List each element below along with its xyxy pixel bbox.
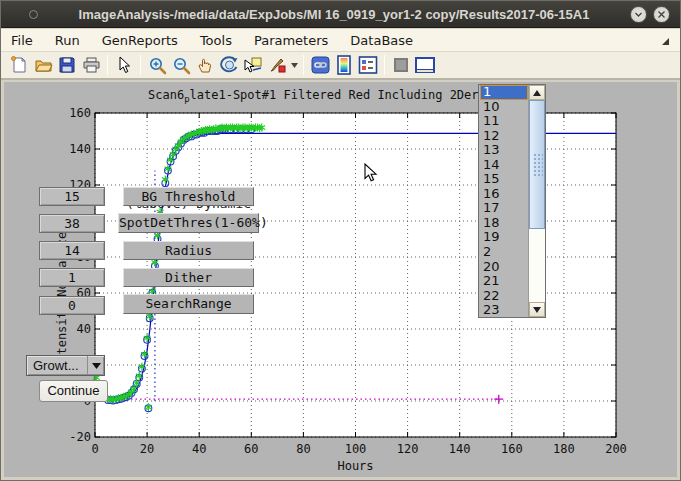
listbox-item[interactable]: 23 (480, 303, 528, 317)
new-file-icon[interactable] (7, 54, 31, 76)
listbox-item[interactable]: 12 (480, 129, 528, 144)
insert-colorbar-icon[interactable] (332, 54, 356, 76)
svg-text:80: 80 (296, 442, 310, 456)
svg-text:Hours: Hours (337, 459, 373, 473)
svg-text:40: 40 (192, 442, 206, 456)
svg-text:160: 160 (501, 442, 523, 456)
insert-legend-icon[interactable] (356, 54, 380, 76)
link-plots-icon[interactable] (308, 54, 332, 76)
listbox-item[interactable]: 15 (480, 172, 528, 187)
radius-button[interactable]: Radius (123, 241, 254, 260)
data-cursor-icon[interactable] (241, 54, 265, 76)
brush-dropdown-icon[interactable] (289, 54, 299, 76)
spot-det-thres-field[interactable]: 38 (39, 214, 105, 233)
window-title: ImageAnalysis-/media/data/ExpJobs/MI 16_… (38, 7, 630, 22)
continue-button[interactable]: Continue (39, 380, 108, 402)
menu-overflow-arrow-icon[interactable] (661, 31, 670, 50)
rotate-3d-icon[interactable] (217, 54, 241, 76)
search-range-button[interactable]: SearchRange (123, 294, 254, 314)
open-file-icon[interactable] (31, 54, 55, 76)
listbox-item[interactable]: 21 (480, 274, 528, 289)
menu-parameters[interactable]: Parameters (243, 30, 339, 51)
listbox-item[interactable]: 20 (480, 260, 528, 275)
listbox-item[interactable]: 10 (480, 100, 528, 115)
close-icon (657, 10, 666, 19)
save-icon[interactable] (55, 54, 79, 76)
svg-text:180: 180 (553, 442, 575, 456)
chevron-down-icon (634, 10, 643, 19)
svg-text:140: 140 (69, 142, 91, 156)
spot-det-thres-button[interactable]: SpotDetThres(1-60%) (118, 213, 259, 233)
listbox-item[interactable]: 13 (480, 143, 528, 158)
svg-text:100: 100 (345, 442, 367, 456)
bg-threshold-field[interactable]: 15 (39, 187, 105, 206)
svg-text:40: 40 (77, 322, 91, 336)
scan-listbox[interactable]: 110111213141516171819220212223 (478, 84, 546, 318)
listbox-item[interactable]: 16 (480, 187, 528, 202)
toolbar-separator (384, 55, 385, 75)
zoom-in-icon[interactable] (145, 54, 169, 76)
listbox-item[interactable]: 2 (480, 245, 528, 260)
close-button[interactable] (653, 6, 670, 23)
menu-tools[interactable]: Tools (189, 30, 243, 51)
plot-title: Scan6plate1-Spot#1 Filtered Red Includin… (148, 88, 515, 104)
search-range-field[interactable]: 0 (39, 296, 105, 315)
plot-tools-icon[interactable] (413, 54, 437, 76)
dither-field[interactable]: 1 (39, 268, 105, 287)
figure-canvas: 020406080100120140160180200-200204060801… (4, 82, 677, 477)
listbox-item[interactable]: 1 (480, 85, 528, 100)
app-window: ImageAnalysis-/media/data/ExpJobs/MI 16_… (0, 0, 681, 481)
menubar: File Run GenReports Tools Parameters Dat… (1, 29, 680, 52)
brush-icon[interactable] (265, 54, 289, 76)
svg-text:20: 20 (140, 442, 154, 456)
scrollbar-thumb[interactable] (529, 100, 545, 229)
toolbar-separator (107, 55, 108, 75)
svg-text:160: 160 (69, 106, 91, 120)
svg-text:140: 140 (449, 442, 471, 456)
shade-button[interactable] (630, 6, 647, 23)
disabled-square-icon (389, 54, 413, 76)
dither-button[interactable]: Dither (123, 268, 254, 287)
svg-text:0: 0 (91, 442, 98, 456)
svg-text:120: 120 (397, 442, 419, 456)
scrollbar-grip (533, 153, 543, 177)
menu-genreports[interactable]: GenReports (91, 30, 189, 51)
svg-text:60: 60 (244, 442, 258, 456)
menu-run[interactable]: Run (44, 30, 91, 51)
listbox-item[interactable]: 22 (480, 289, 528, 304)
listbox-scrollbar[interactable] (528, 85, 545, 317)
menu-file[interactable]: File (11, 30, 44, 51)
pointer-icon[interactable] (112, 54, 136, 76)
toolbar-separator (303, 55, 304, 75)
window-menu-icon[interactable] (29, 10, 38, 19)
print-icon[interactable] (79, 54, 103, 76)
listbox-item[interactable]: 17 (480, 201, 528, 216)
menu-database[interactable]: DataBase (339, 30, 424, 51)
scroll-up-icon[interactable] (529, 85, 545, 100)
radius-field[interactable]: 14 (39, 241, 105, 260)
listbox-item[interactable]: 18 (480, 216, 528, 231)
listbox-item[interactable]: 19 (480, 230, 528, 245)
pan-icon[interactable] (193, 54, 217, 76)
growth-popup-menu[interactable]: Growt... (26, 355, 105, 376)
svg-text:200: 200 (605, 442, 627, 456)
popup-arrow-icon (87, 356, 104, 375)
bg-threshold-button[interactable]: BG Threshold (123, 187, 254, 206)
zoom-out-icon[interactable] (169, 54, 193, 76)
toolbar-separator (140, 55, 141, 75)
svg-text:-20: -20 (69, 430, 91, 444)
listbox-item[interactable]: 11 (480, 114, 528, 129)
listbox-item[interactable]: 14 (480, 158, 528, 173)
figure-toolbar (1, 52, 680, 80)
mouse-cursor-icon (364, 163, 378, 187)
scroll-down-icon[interactable] (529, 302, 545, 317)
titlebar: ImageAnalysis-/media/data/ExpJobs/MI 16_… (1, 1, 680, 28)
